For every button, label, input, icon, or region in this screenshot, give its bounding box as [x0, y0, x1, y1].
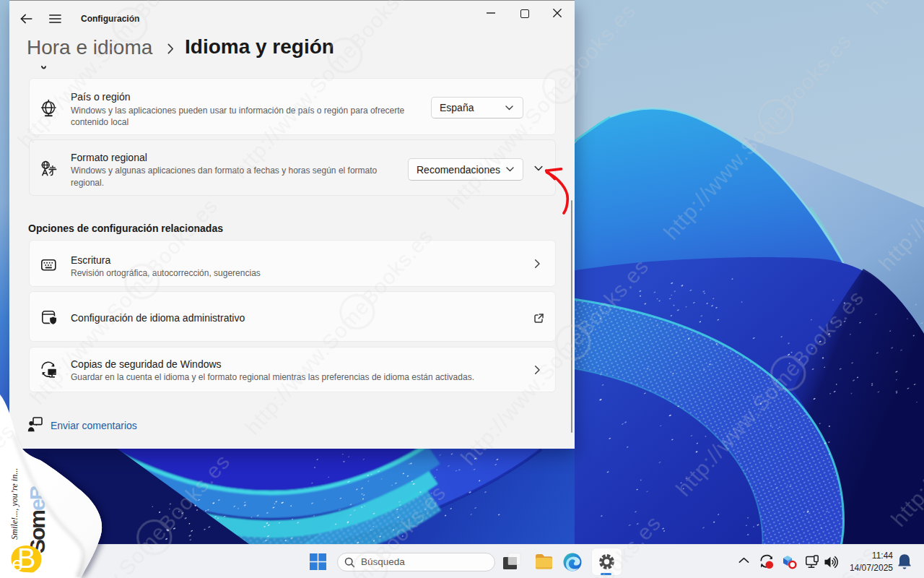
svg-text:Smile!..., you’re in...: Smile!..., you’re in...: [9, 468, 19, 540]
svg-text:e: e: [12, 553, 23, 575]
